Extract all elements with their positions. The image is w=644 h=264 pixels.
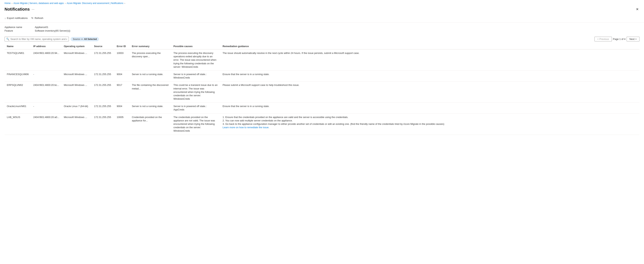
search-box[interactable]: 🔍: [4, 37, 69, 42]
col-header-possible-causes: Possible causes: [171, 43, 220, 49]
cell-source: 172.31.255.255: [92, 70, 114, 81]
search-icon: 🔍: [6, 38, 9, 40]
table-wrapper: Name IP address Operating system Source …: [0, 43, 644, 135]
page-title-area: Notifications ···: [4, 7, 34, 12]
cell-error-id: 9004: [114, 70, 130, 81]
close-button[interactable]: ✕: [635, 6, 640, 12]
remediation-text: Please submit a Microsoft support case t…: [222, 84, 299, 86]
export-notifications-button[interactable]: ↓ Export notifications: [4, 16, 28, 20]
col-header-error-id: Error ID: [114, 43, 130, 49]
col-header-remediation: Remediation guidance: [220, 43, 640, 49]
page-header: Notifications ··· ✕: [0, 6, 644, 14]
filter-left: 🔍 Source == All Selected: [4, 37, 99, 42]
feature-label: Feature: [4, 29, 35, 32]
remediation-text: 1. Ensure that the credentials provided …: [222, 116, 348, 118]
cell-error-summary: The file containing the discovered metad…: [130, 82, 171, 103]
cell-source: 172.31.255.255: [92, 103, 114, 114]
table-header: Name IP address Operating system Source …: [4, 43, 640, 49]
cell-error-summary: Server is not a running state.: [130, 70, 171, 81]
col-header-name: Name: [4, 43, 31, 49]
cell-ip: 2404:f801:4800:20:a0...: [31, 114, 62, 135]
filter-bar: 🔍 Source == All Selected < Previous Page…: [0, 35, 644, 43]
breadcrumb-sep-1: ›: [12, 2, 12, 4]
cell-source: 172.31.255.255: [92, 82, 114, 103]
cell-remediation: The issue should automatically resolve i…: [220, 49, 640, 70]
cell-os: Oracle Linux 7 (64-bit): [62, 103, 92, 114]
search-input[interactable]: [10, 38, 67, 40]
cell-error-id: 9004: [114, 103, 130, 114]
cell-error-id: 9017: [114, 82, 130, 103]
remediation-text: 2. You can now add multiple server crede…: [222, 119, 292, 122]
cell-ip: -: [31, 70, 62, 81]
cell-possible-causes: Server is in powered off state.: AppCred…: [171, 103, 220, 114]
col-header-source: Source: [92, 43, 114, 49]
cell-error-id: 10005: [114, 114, 130, 135]
remediation-text: 3. Go back to the appliance configuratio…: [222, 122, 444, 126]
appliance-label: Appliance name: [4, 26, 35, 28]
cell-name: OracleLinuxVM01: [4, 103, 31, 114]
pagination: < Previous Page 1 of 4 Next >: [594, 37, 640, 42]
page-info: Page 1 of 4: [613, 38, 626, 40]
table-row: LAB_WSUS 2404:f801:4800:20:a0... Microso…: [4, 114, 640, 135]
breadcrumb-sep-2: ›: [65, 2, 66, 4]
cell-name: ERPSQLVM02: [4, 82, 31, 103]
table-row: OracleLinuxVM01 - Oracle Linux 7 (64-bit…: [4, 103, 640, 114]
cell-remediation: Please submit a Microsoft support case t…: [220, 82, 640, 103]
cell-name: TESTSQLVM01: [4, 49, 31, 70]
badge-value: All Selected: [84, 38, 97, 40]
cell-os: Microsoft Windows ...: [62, 70, 92, 81]
table-body: TESTSQLVM01 2404:f801:4800:20:94... Micr…: [4, 49, 640, 135]
cell-name: FINANCESQLVM06: [4, 70, 31, 81]
source-filter-badge[interactable]: Source == All Selected: [71, 37, 99, 41]
appliance-value: Appliance01: [35, 26, 48, 28]
cell-error-summary: Credentials provided on the appliance fo…: [130, 114, 171, 135]
header-row: Name IP address Operating system Source …: [4, 43, 640, 49]
page-title: Notifications: [4, 7, 30, 12]
feature-value: Software inventory(65 Server(s)): [35, 29, 70, 32]
cell-remediation: Ensure that the server is in a running s…: [220, 70, 640, 81]
breadcrumb-notifications[interactable]: Azure Migrate: Discovery and assessment …: [67, 2, 124, 4]
cell-error-id: 10003: [114, 49, 130, 70]
cell-os: Microsoft Windows ...: [62, 82, 92, 103]
next-button[interactable]: Next >: [626, 37, 640, 42]
cell-ip: 2404:f801:4800:20:94...: [31, 49, 62, 70]
cell-source: 172.31.255.255: [92, 49, 114, 70]
table-row: TESTSQLVM01 2404:f801:4800:20:94... Micr…: [4, 49, 640, 70]
appliance-row: Appliance name Appliance01: [4, 26, 640, 28]
breadcrumb-sep-3: ›: [124, 2, 125, 4]
export-icon: ↓: [4, 17, 6, 20]
learn-more-link[interactable]: Learn more on how to remediate the issue…: [222, 126, 269, 129]
notifications-table: Name IP address Operating system Source …: [4, 43, 640, 135]
previous-button[interactable]: < Previous: [594, 37, 612, 42]
cell-os: Microsoft Windows ...: [62, 114, 92, 135]
cell-os: Microsoft Windows ...: [62, 49, 92, 70]
table-row: ERPSQLVM02 2404:f801:4800:20:bc... Micro…: [4, 82, 640, 103]
toolbar: ↓ Export notifications ↻ Refresh: [0, 14, 644, 23]
badge-prefix: Source ==: [73, 38, 83, 40]
cell-source: 172.31.255.255: [92, 114, 114, 135]
cell-ip: -: [31, 103, 62, 114]
cell-error-summary: Server is not a running state.: [130, 103, 171, 114]
breadcrumb-servers[interactable]: Azure Migrate | Servers, databases and w…: [14, 2, 64, 4]
more-options-icon[interactable]: ···: [32, 8, 34, 11]
col-header-error-summary: Error summary: [130, 43, 171, 49]
refresh-button[interactable]: ↻ Refresh: [32, 16, 43, 20]
cell-possible-causes: The process executing the discovery oper…: [171, 49, 220, 70]
refresh-label: Refresh: [34, 17, 43, 20]
breadcrumb: Home › Azure Migrate | Servers, database…: [0, 0, 644, 6]
col-header-os: Operating system: [62, 43, 92, 49]
cell-possible-causes: This could be a transient issue due to a…: [171, 82, 220, 103]
meta-section: Appliance name Appliance01 Feature Softw…: [0, 23, 644, 35]
cell-ip: 2404:f801:4800:20:bc...: [31, 82, 62, 103]
remediation-text: Ensure that the server is in a running s…: [222, 105, 269, 108]
remediation-text: The issue should automatically resolve i…: [222, 52, 359, 54]
breadcrumb-home[interactable]: Home: [4, 2, 10, 4]
cell-possible-causes: The credentials provided on the applianc…: [171, 114, 220, 135]
cell-remediation: 1. Ensure that the credentials provided …: [220, 114, 640, 135]
table-row: FINANCESQLVM06 - Microsoft Windows ... 1…: [4, 70, 640, 81]
col-header-ip: IP address: [31, 43, 62, 49]
refresh-icon: ↻: [32, 17, 34, 20]
export-label: Export notifications: [7, 17, 28, 20]
cell-remediation: Ensure that the server is in a running s…: [220, 103, 640, 114]
remediation-text: Ensure that the server is in a running s…: [222, 73, 269, 76]
